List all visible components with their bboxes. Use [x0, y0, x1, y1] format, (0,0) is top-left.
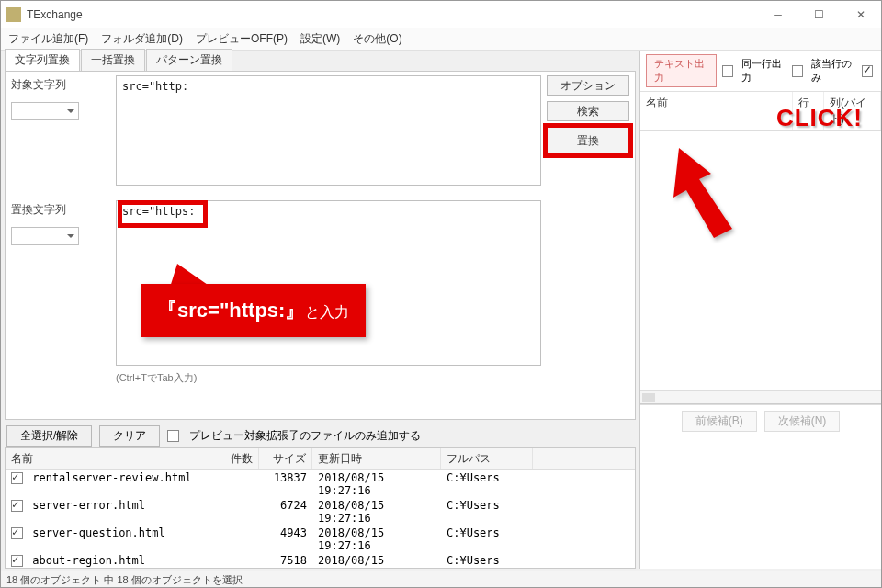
- close-button[interactable]: ✕: [840, 1, 881, 28]
- svg-marker-0: [673, 148, 732, 238]
- col-size[interactable]: サイズ: [259, 448, 312, 469]
- select-all-button[interactable]: 全選択/解除: [6, 425, 92, 447]
- target-string-value: src="http:: [122, 80, 188, 93]
- menubar: ファイル追加(F) フォルダ追加(D) プレビューOFF(P) 設定(W) その…: [1, 28, 881, 51]
- table-row[interactable]: server-error.html67242018/08/15 19:27:16…: [6, 498, 635, 526]
- tab-batch-replace[interactable]: 一括置換: [81, 49, 145, 71]
- target-string-label: 対象文字列: [6, 72, 94, 98]
- row-checkbox[interactable]: [11, 500, 23, 512]
- clear-button[interactable]: クリア: [99, 425, 160, 447]
- table-row[interactable]: server-question.html49432018/08/15 19:27…: [6, 526, 635, 553]
- col-date[interactable]: 更新日時: [312, 448, 441, 469]
- tab-input-hint: (Ctrl+TでTab入力): [6, 369, 635, 389]
- minimize-button[interactable]: ─: [757, 1, 798, 28]
- same-line-label: 同一行出力: [741, 57, 786, 85]
- target-string-input[interactable]: src="http:: [116, 75, 541, 186]
- preview-extension-checkbox[interactable]: [167, 430, 179, 442]
- col-result-name[interactable]: 名前: [640, 92, 793, 130]
- annotation-callout-suffix: と入力: [305, 304, 349, 320]
- replace-panel: 対象文字列 src="http: オプション 検索 置換 置換文字列: [5, 71, 636, 420]
- menu-folder[interactable]: フォルダ追加(D): [101, 31, 183, 47]
- app-icon: [6, 7, 21, 22]
- menu-preview[interactable]: プレビューOFF(P): [196, 31, 288, 47]
- maximize-button[interactable]: ☐: [798, 1, 840, 28]
- status-bar: 18 個のオブジェクト 中 18 個のオブジェクトを選択: [1, 571, 881, 587]
- replace-history-dropdown[interactable]: [11, 227, 79, 245]
- tab-string-replace[interactable]: 文字列置換: [5, 49, 80, 71]
- preview-extension-label: プレビュー対象拡張子のファイルのみ追加する: [189, 428, 421, 444]
- tab-pattern-replace[interactable]: パターン置換: [146, 49, 232, 71]
- row-checkbox[interactable]: [11, 555, 23, 567]
- prev-candidate-button[interactable]: 前候補(B): [682, 411, 757, 432]
- replace-tabs: 文字列置換 一括置換 パターン置換: [1, 51, 639, 71]
- file-list: 名前 件数 サイズ 更新日時 フルパス rentalserver-review.…: [5, 447, 636, 569]
- annotation-arrow: [661, 139, 771, 252]
- next-candidate-button[interactable]: 次候補(N): [764, 411, 841, 432]
- preview-pane: [640, 437, 881, 569]
- results-hscroll[interactable]: [640, 390, 881, 403]
- row-checkbox[interactable]: [11, 472, 23, 484]
- titlebar: TExchange ─ ☐ ✕: [1, 1, 881, 28]
- replace-string-label: 置換文字列: [6, 197, 94, 223]
- table-row[interactable]: about-region.html75182018/08/15 19:27:16…: [6, 553, 635, 568]
- annotation-click-text: CLICK!: [776, 104, 863, 132]
- target-history-dropdown[interactable]: [11, 102, 79, 120]
- annotation-input-outline: [118, 200, 208, 228]
- text-output-button[interactable]: テキスト出力: [646, 54, 717, 87]
- extra-checkbox[interactable]: [862, 65, 873, 77]
- annotation-callout: 『src="https:』と入力: [141, 284, 366, 337]
- menu-other[interactable]: その他(O): [353, 31, 401, 47]
- annotation-callout-prefix: 『src="https:』: [157, 299, 305, 322]
- table-row[interactable]: rentalserver-review.html138372018/08/15 …: [6, 470, 635, 498]
- col-path[interactable]: フルパス: [441, 448, 533, 469]
- menu-settings[interactable]: 設定(W): [300, 31, 340, 47]
- replace-button[interactable]: 置換: [547, 127, 629, 154]
- same-line-checkbox[interactable]: [722, 65, 733, 77]
- target-only-checkbox[interactable]: [792, 65, 803, 77]
- col-count[interactable]: 件数: [198, 448, 259, 469]
- option-button[interactable]: オプション: [547, 75, 629, 96]
- row-checkbox[interactable]: [11, 527, 23, 539]
- window-title: TExchange: [27, 8, 757, 21]
- right-toolbar: テキスト出力 同一行出力 該当行のみ: [640, 51, 881, 92]
- search-button[interactable]: 検索: [547, 101, 629, 121]
- menu-file[interactable]: ファイル追加(F): [8, 31, 88, 47]
- filelist-toolbar: 全選択/解除 クリア プレビュー対象拡張子のファイルのみ追加する: [1, 424, 639, 447]
- target-only-label: 該当行のみ: [811, 57, 856, 85]
- file-list-header: 名前 件数 サイズ 更新日時 フルパス: [6, 448, 635, 470]
- col-name[interactable]: 名前: [6, 448, 198, 469]
